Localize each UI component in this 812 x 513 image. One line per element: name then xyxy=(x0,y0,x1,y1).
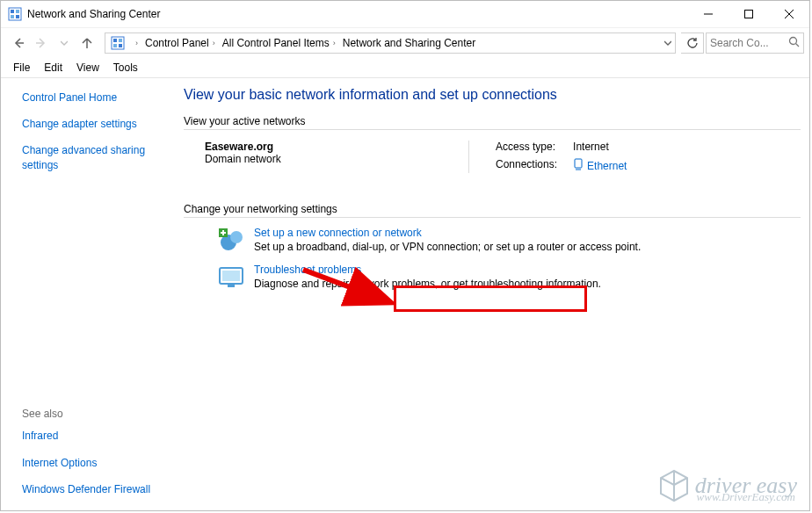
main-pane: View your basic network information and … xyxy=(177,78,809,510)
svg-rect-14 xyxy=(113,44,117,47)
cube-icon xyxy=(658,468,690,503)
search-icon xyxy=(788,36,800,50)
troubleshoot-icon xyxy=(217,264,245,292)
sidebar-link-infrared[interactable]: Infrared xyxy=(22,429,166,443)
back-button[interactable] xyxy=(8,33,29,54)
page-heading: View your basic network information and … xyxy=(184,87,801,103)
access-type-value: Internet xyxy=(573,141,627,153)
option-troubleshoot[interactable]: Troubleshoot problems Diagnose and repai… xyxy=(217,264,801,292)
option-setup-connection[interactable]: Set up a new connection or network Set u… xyxy=(217,227,801,255)
forward-button[interactable] xyxy=(31,33,52,54)
breadcrumb-item[interactable]: Network and Sharing Center xyxy=(341,33,477,53)
app-icon xyxy=(8,7,22,21)
network-type: Domain network xyxy=(205,153,468,165)
breadcrumb-label: Network and Sharing Center xyxy=(343,37,475,49)
option-desc: Diagnose and repair network problems, or… xyxy=(254,278,601,290)
option-title: Troubleshoot problems xyxy=(254,264,601,276)
sidebar: Control Panel Home Change adapter settin… xyxy=(1,78,177,510)
breadcrumb-label: All Control Panel Items xyxy=(222,37,330,49)
ethernet-icon xyxy=(573,158,584,173)
sidebar-link-firewall[interactable]: Windows Defender Firewall xyxy=(22,482,166,496)
address-expand-dropdown[interactable] xyxy=(664,40,675,47)
minimize-button[interactable] xyxy=(688,1,729,27)
body: Control Panel Home Change adapter settin… xyxy=(1,78,809,510)
maximize-button[interactable] xyxy=(729,1,769,27)
change-settings-section: Change your networking settings Set up a… xyxy=(184,203,801,292)
close-button[interactable] xyxy=(769,1,809,27)
search-placeholder: Search Co... xyxy=(710,37,788,49)
svg-rect-3 xyxy=(11,15,14,18)
up-button[interactable] xyxy=(76,33,98,54)
connections-label: Connections: xyxy=(496,158,557,173)
sidebar-link-inetopt[interactable]: Internet Options xyxy=(22,456,166,470)
titlebar: Network and Sharing Center xyxy=(1,1,809,27)
sidebar-link-adapter[interactable]: Change adapter settings xyxy=(22,117,166,131)
connection-value: Ethernet xyxy=(587,160,627,172)
sidebar-link-home[interactable]: Control Panel Home xyxy=(22,90,166,105)
active-networks-section: View your active networks Easeware.org D… xyxy=(184,115,801,173)
section-label: Change your networking settings xyxy=(184,203,337,215)
svg-rect-13 xyxy=(119,39,122,42)
svg-rect-1 xyxy=(11,10,14,13)
window-frame: Network and Sharing Center › Control Pan… xyxy=(0,0,810,511)
address-icon xyxy=(109,34,127,52)
watermark-url: www.DriverEasy.com xyxy=(697,490,795,504)
svg-line-17 xyxy=(796,44,800,47)
breadcrumb-item[interactable]: All Control Panel Items› xyxy=(221,33,341,53)
address-bar[interactable]: › Control Panel› All Control Panel Items… xyxy=(105,33,676,54)
navbar: › Control Panel› All Control Panel Items… xyxy=(1,27,809,58)
sidebar-link-advanced[interactable]: Change advanced sharing settings xyxy=(22,143,166,171)
window-title: Network and Sharing Center xyxy=(27,8,160,20)
recent-dropdown[interactable] xyxy=(54,33,75,54)
access-type-label: Access type: xyxy=(496,141,557,153)
svg-rect-6 xyxy=(745,11,753,18)
svg-point-16 xyxy=(790,38,797,45)
connection-link[interactable]: Ethernet xyxy=(573,158,627,173)
svg-rect-4 xyxy=(16,15,19,18)
menu-view[interactable]: View xyxy=(69,60,106,76)
svg-rect-29 xyxy=(228,285,235,287)
network-name: Easeware.org xyxy=(205,141,468,153)
svg-point-23 xyxy=(230,231,243,243)
menu-edit[interactable]: Edit xyxy=(37,60,69,76)
svg-rect-28 xyxy=(222,271,240,281)
svg-rect-15 xyxy=(119,44,122,47)
section-label: View your active networks xyxy=(184,115,306,127)
breadcrumb-item[interactable]: Control Panel› xyxy=(143,33,221,53)
setup-connection-icon xyxy=(217,227,245,255)
svg-rect-2 xyxy=(16,10,19,13)
menubar: File Edit View Tools xyxy=(1,58,809,78)
option-title: Set up a new connection or network xyxy=(254,227,641,239)
breadcrumb-label: Control Panel xyxy=(145,37,209,49)
option-desc: Set up a broadband, dial-up, or VPN conn… xyxy=(254,241,641,253)
menu-tools[interactable]: Tools xyxy=(106,60,145,76)
seealso-label: See also xyxy=(22,408,166,420)
search-input[interactable]: Search Co... xyxy=(706,33,804,54)
breadcrumb-root-chevron[interactable]: › xyxy=(130,33,143,53)
svg-rect-12 xyxy=(113,39,117,42)
watermark-brand: driver easy xyxy=(695,473,797,498)
refresh-button[interactable] xyxy=(681,33,704,54)
svg-rect-18 xyxy=(575,159,582,168)
menu-file[interactable]: File xyxy=(6,60,37,76)
watermark: driver easy www.DriverEasy.com xyxy=(658,468,797,503)
